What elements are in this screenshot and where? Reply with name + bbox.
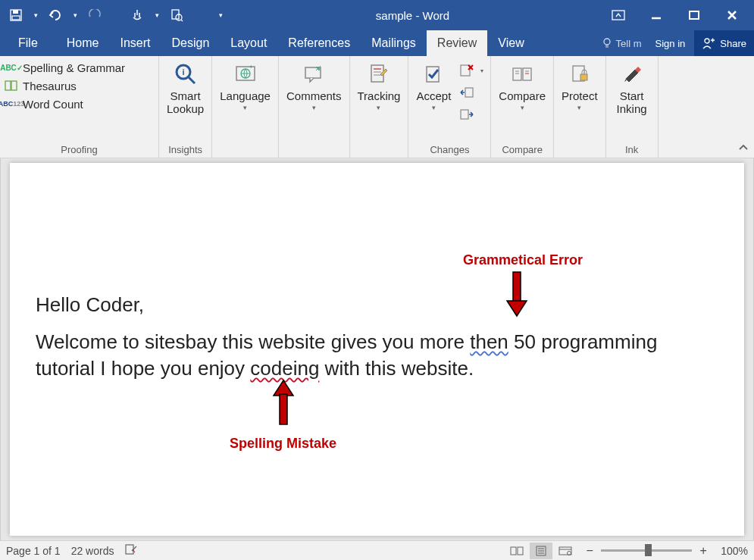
thesaurus-label: Thesaurus — [23, 80, 77, 92]
status-words[interactable]: 22 words — [71, 545, 114, 557]
spelling-annotation: Spelling Mistake — [230, 436, 336, 452]
word-count-button[interactable]: ABC123 Word Count — [3, 97, 125, 111]
protect-button[interactable]: Protect ▾ — [557, 58, 602, 111]
qat-customize-icon[interactable]: ▾ — [215, 11, 226, 19]
touch-dropdown-icon[interactable]: ▾ — [152, 11, 162, 19]
share-button[interactable]: Share — [694, 30, 754, 56]
tell-me-search[interactable]: Tell m — [596, 30, 646, 56]
tab-view[interactable]: View — [487, 30, 534, 56]
undo-button[interactable] — [42, 4, 68, 27]
svg-line-5 — [181, 20, 183, 21]
group-changes-label: Changes — [411, 142, 487, 158]
next-change-button[interactable] — [457, 105, 477, 124]
zoom-in-button[interactable]: + — [696, 544, 710, 558]
tab-review[interactable]: Review — [427, 30, 487, 56]
svg-rect-44 — [580, 74, 587, 80]
svg-rect-54 — [559, 547, 571, 555]
svg-line-26 — [316, 66, 321, 70]
tracking-label: Tracking — [358, 89, 401, 102]
tab-home[interactable]: Home — [56, 30, 110, 56]
smart-lookup-button[interactable]: i Smart Lookup — [162, 58, 208, 116]
thesaurus-button[interactable]: Thesaurus — [3, 79, 125, 92]
collapse-ribbon-button[interactable] — [733, 56, 754, 158]
spelling-grammar-button[interactable]: ABC✓ Spelling & Grammar — [3, 61, 125, 74]
close-button[interactable] — [713, 0, 751, 30]
compare-button[interactable]: Compare ▾ — [494, 58, 550, 111]
svg-rect-17 — [5, 81, 11, 90]
undo-dropdown-icon[interactable]: ▾ — [70, 11, 80, 19]
window-title: sample - Word — [226, 9, 599, 22]
share-icon — [702, 36, 715, 50]
ribbon-display-button[interactable] — [599, 0, 637, 30]
chevron-down-icon[interactable]: ▾ — [478, 67, 486, 74]
svg-rect-2 — [12, 16, 20, 20]
tab-insert[interactable]: Insert — [109, 30, 161, 56]
print-layout-button[interactable] — [530, 543, 552, 559]
touch-mode-button[interactable] — [124, 4, 150, 27]
group-insights-label: Insights — [162, 142, 208, 158]
svg-rect-46 — [280, 394, 287, 424]
comments-icon — [300, 61, 327, 88]
web-layout-button[interactable] — [554, 543, 577, 559]
svg-rect-32 — [461, 65, 470, 76]
read-mode-button[interactable] — [505, 543, 528, 559]
qat-dropdown-icon[interactable]: ▾ — [30, 11, 41, 19]
group-compare-label: Compare — [494, 142, 550, 158]
save-button[interactable] — [3, 4, 29, 27]
start-inking-button[interactable]: Start Inking — [609, 58, 655, 116]
language-button[interactable]: Language ▾ — [215, 58, 275, 111]
word-count-label: Word Count — [23, 98, 83, 111]
share-label: Share — [720, 38, 746, 49]
doc-greeting: Hello Coder, — [36, 292, 718, 318]
zoom-slider-thumb[interactable] — [645, 544, 652, 556]
zoom-level[interactable]: 100% — [721, 545, 748, 557]
comments-label: Comments — [286, 89, 342, 102]
lightbulb-icon — [601, 37, 613, 49]
svg-point-11 — [604, 39, 610, 45]
chevron-down-icon: ▾ — [521, 104, 524, 111]
previous-change-button[interactable] — [457, 83, 477, 102]
tracking-button[interactable]: Tracking ▾ — [353, 58, 405, 111]
svg-point-14 — [705, 39, 709, 43]
svg-rect-8 — [690, 11, 699, 19]
reject-button[interactable] — [457, 61, 477, 80]
zoom-out-button[interactable]: − — [583, 544, 596, 558]
tab-mailings[interactable]: Mailings — [361, 30, 427, 56]
comments-button[interactable]: Comments ▾ — [282, 58, 346, 111]
status-page[interactable]: Page 1 of 1 — [6, 545, 61, 557]
svg-rect-18 — [11, 81, 17, 90]
svg-rect-31 — [427, 67, 439, 82]
compare-label: Compare — [499, 89, 546, 102]
tab-design[interactable]: Design — [161, 30, 220, 56]
tab-references[interactable]: References — [277, 30, 361, 56]
chevron-down-icon: ▾ — [243, 104, 247, 111]
spelling-label: Spelling & Grammar — [23, 61, 125, 74]
svg-line-20 — [189, 77, 195, 83]
word-count-icon: ABC123 — [3, 97, 20, 111]
accept-button[interactable]: Accept ▾ — [411, 58, 455, 111]
tab-layout[interactable]: Layout — [220, 30, 277, 56]
smart-lookup-icon: i — [172, 61, 199, 88]
document-page[interactable]: Hello Coder, Welcome to sitesbay this we… — [10, 163, 744, 536]
zoom-slider[interactable] — [601, 549, 692, 552]
svg-rect-1 — [13, 10, 18, 14]
minimize-button[interactable] — [637, 0, 675, 30]
arrow-down-icon — [505, 271, 528, 318]
chevron-down-icon: ▾ — [312, 104, 316, 111]
print-preview-button[interactable] — [164, 4, 189, 27]
chevron-down-icon: ▾ — [432, 104, 436, 111]
accept-icon — [420, 61, 447, 88]
sign-in-link[interactable]: Sign in — [646, 30, 695, 56]
compare-icon — [508, 61, 536, 88]
svg-rect-37 — [513, 68, 521, 80]
status-proof-icon[interactable] — [124, 543, 138, 558]
svg-rect-45 — [513, 272, 521, 302]
maximize-button[interactable] — [675, 0, 713, 30]
doc-body: Welcome to sitesbay this website gives y… — [36, 329, 718, 382]
tab-file[interactable]: File — [6, 30, 56, 56]
smart-lookup-label: Smart Lookup — [167, 89, 204, 116]
spelling-icon: ABC✓ — [3, 61, 20, 74]
svg-rect-6 — [612, 11, 624, 20]
redo-button[interactable] — [82, 4, 108, 27]
language-icon — [232, 61, 259, 88]
